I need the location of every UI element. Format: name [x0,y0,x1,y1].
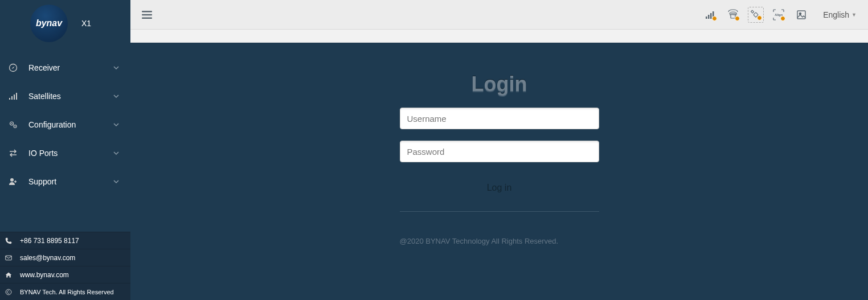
svg-rect-16 [708,15,710,19]
language-label: English [823,10,849,19]
svg-rect-14 [142,17,152,19]
compass-icon [8,63,18,73]
home-icon [5,271,13,279]
sub-topbar [130,30,868,43]
satellite-status-icon[interactable] [748,7,764,23]
sidebar-item-label: Receiver [28,63,103,72]
warning-badge [757,15,762,20]
svg-rect-10 [6,256,12,260]
sidebar: bynav X1 Receiver Satellites [0,0,130,300]
svg-rect-13 [142,14,152,15]
warning-badge [712,16,717,21]
sidebar-item-label: Satellites [28,92,103,101]
copyright-icon [5,288,13,296]
topbar: RTCM Align English ▼ [130,0,868,30]
chevron-down-icon [113,122,119,128]
gears-icon [8,120,18,130]
warning-badge [780,16,785,21]
footer-email-text: sales@bynav.com [20,254,75,262]
warning-badge [735,16,740,21]
svg-point-8 [15,126,16,127]
sidebar-item-satellites[interactable]: Satellites [0,82,130,110]
envelope-icon [5,254,13,262]
transfer-icon [8,148,18,158]
footer-email[interactable]: sales@bynav.com [0,249,130,266]
signal-bars-icon [8,91,18,101]
svg-point-6 [11,123,13,124]
signal-status-icon[interactable] [702,7,718,23]
sidebar-item-label: IO Ports [28,149,103,158]
rtcm-status-icon[interactable]: RTCM [725,7,741,23]
svg-rect-12 [142,11,152,13]
user-plus-icon [8,176,18,187]
image-status-icon[interactable] [793,7,809,23]
sidebar-header: bynav X1 [0,0,130,47]
sidebar-item-receiver[interactable]: Receiver [0,54,130,82]
footer-copyright-text: BYNAV Tech. All Rights Reserved [20,289,114,295]
username-input[interactable] [400,108,599,129]
sidebar-item-label: Support [28,177,103,186]
sidebar-item-label: Configuration [28,120,103,129]
chevron-down-icon [113,65,119,71]
svg-rect-2 [11,96,13,100]
login-title: Login [472,72,527,96]
sidebar-item-configuration[interactable]: Configuration [0,110,130,139]
menu-toggle-button[interactable] [138,6,155,23]
chevron-down-icon [113,150,119,156]
login-button[interactable]: Log in [478,178,521,198]
phone-icon [5,237,13,245]
svg-rect-15 [706,17,707,19]
sidebar-footer: +86 731 8895 8117 sales@bynav.com www.by… [0,232,130,300]
align-status-icon[interactable]: Align [771,7,787,23]
svg-rect-1 [9,98,10,100]
chevron-down-icon [113,93,119,99]
brand-logo: bynav [30,5,68,42]
password-input[interactable] [400,141,599,162]
divider [400,211,599,212]
caret-down-icon: ▼ [851,12,857,18]
footer-website[interactable]: www.bynav.com [0,266,130,283]
sidebar-item-ioports[interactable]: IO Ports [0,139,130,167]
main: RTCM Align English ▼ Login Log in @2020 … [130,0,868,300]
footer-phone-text: +86 731 8895 8117 [20,237,79,245]
content: Login Log in @2020 BYNAV Technology All … [130,43,868,300]
language-selector[interactable]: English ▼ [823,10,857,19]
nav-menu: Receiver Satellites Configuration [0,47,130,232]
svg-rect-3 [14,94,15,100]
footer-website-text: www.bynav.com [20,271,69,279]
login-form: Log in @2020 BYNAV Technology All Rights… [400,108,599,245]
footer-phone[interactable]: +86 731 8895 8117 [0,232,130,249]
sidebar-item-support[interactable]: Support [0,167,130,196]
svg-rect-21 [751,10,754,13]
chevron-down-icon [113,179,119,184]
footer-copyright: BYNAV Tech. All Rights Reserved [0,283,130,300]
svg-rect-23 [797,11,805,19]
svg-point-11 [6,289,11,295]
svg-rect-4 [16,93,17,100]
product-name: X1 [81,19,91,28]
page-copyright: @2020 BYNAV Technology All Rights Reserv… [400,237,559,245]
svg-point-9 [10,178,14,182]
